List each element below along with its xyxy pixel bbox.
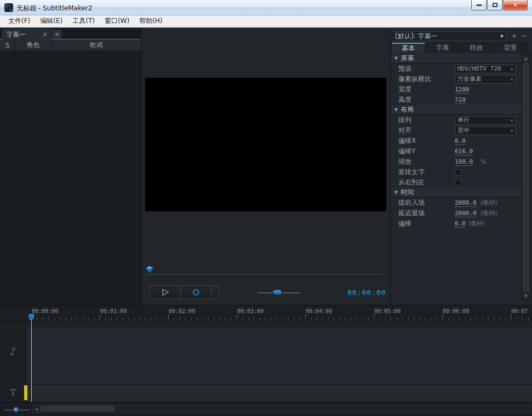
lead-in-field[interactable]: 2000.0 xyxy=(455,199,477,207)
preset-dropdown[interactable]: HDV/HDTV 720 ▾ xyxy=(455,65,516,73)
property-row-rtl: 从右到左 xyxy=(392,177,522,188)
music-track-lane[interactable] xyxy=(26,328,532,384)
arrange-dropdown[interactable]: 单行 ▾ xyxy=(455,116,516,125)
zoom-slider-handle[interactable] xyxy=(13,407,19,413)
scroll-up-button[interactable]: ▲ xyxy=(522,54,530,62)
offset-x-field[interactable]: 0.0 xyxy=(455,137,466,145)
collapse-arrow-icon: ▼ xyxy=(394,190,398,195)
tab-effect[interactable]: 特效 xyxy=(460,43,493,53)
horizontal-scrollbar-thumb[interactable] xyxy=(41,406,115,412)
minimize-icon xyxy=(477,4,482,6)
property-row-height: 高度 720 xyxy=(392,95,522,105)
scrollbar-thumb[interactable] xyxy=(523,63,529,291)
properties-body: ▼ 屏幕 预设 HDV/HDTV 720 ▾ 像素纵横比 方形像素 ▾ 宽度 1… xyxy=(392,54,522,301)
subtitle-preset-select[interactable]: [默认]: 字幕一 ▾ xyxy=(392,31,507,41)
arrow-down-icon: ▼ xyxy=(524,294,527,298)
tab-label: 字幕一 xyxy=(6,30,26,39)
pixel-ratio-dropdown[interactable]: 方形像素 ▾ xyxy=(455,75,516,84)
text-track-lane[interactable] xyxy=(26,384,532,402)
align-dropdown[interactable]: 居中 ▾ xyxy=(455,126,516,135)
lag-out-field[interactable]: 2000.0 xyxy=(455,210,477,217)
collapse-arrow-icon: ▼ xyxy=(394,56,398,61)
section-header-screen[interactable]: ▼ 屏幕 xyxy=(392,54,522,63)
timeline-bottom-bar: ◂ xyxy=(0,402,532,416)
scale-suffix: % xyxy=(480,158,486,165)
scale-field[interactable]: 100.0 xyxy=(455,158,473,166)
horizontal-scrollbar[interactable]: ◂ xyxy=(32,405,531,413)
property-row-preset: 预设 HDV/HDTV 720 ▾ xyxy=(392,63,522,74)
maximize-button[interactable] xyxy=(487,0,502,10)
section-header-time[interactable]: ▼ 时间 xyxy=(392,188,522,198)
app-icon xyxy=(4,3,13,12)
add-subtitle-tab-button[interactable]: + xyxy=(53,30,61,38)
property-row-lead-in: 提前入场 2000.0 (毫秒) xyxy=(392,198,522,208)
lag-out-suffix: (毫秒) xyxy=(480,209,497,217)
chevron-down-icon: ▾ xyxy=(511,77,513,82)
playhead-flag-body xyxy=(28,314,35,318)
add-icon: + xyxy=(54,31,59,38)
menu-help[interactable]: 帮助(H) xyxy=(134,15,167,27)
tab-background[interactable]: 背景 xyxy=(494,43,527,53)
video-preview xyxy=(145,78,386,211)
ruler-label: 00:02:00 xyxy=(169,308,195,314)
scroll-left-button[interactable]: ◂ xyxy=(33,405,40,412)
ruler-label: 00:06:00 xyxy=(443,308,469,314)
keyframe-track-line xyxy=(145,274,382,275)
remove-preset-button[interactable]: − xyxy=(520,32,528,40)
chevron-down-icon: ▾ xyxy=(511,66,513,72)
menu-tools[interactable]: 工具(T) xyxy=(67,15,100,27)
property-row-pixel-ratio: 像素纵横比 方形像素 ▾ xyxy=(392,74,522,84)
ruler-label: 00:04:00 xyxy=(306,308,332,314)
keyframe-diamond-icon[interactable] xyxy=(146,266,153,273)
section-header-layout[interactable]: ▼ 布局 xyxy=(392,105,522,115)
music-track-icon[interactable]: ♪ xyxy=(0,343,26,360)
window-controls: ✕ xyxy=(471,0,528,10)
tab-subtitle[interactable]: 字幕 xyxy=(426,43,459,53)
volume-slider-handle[interactable] xyxy=(273,290,282,295)
playhead-marker[interactable] xyxy=(28,314,35,321)
text-track-icon[interactable]: T xyxy=(0,384,26,402)
grid-body-empty[interactable] xyxy=(0,51,141,305)
property-row-vertical-text: 竖排文字 xyxy=(392,167,522,177)
tab-subtitle-1[interactable]: 字幕一 × xyxy=(2,29,52,39)
chevron-down-icon: ▾ xyxy=(500,32,504,40)
close-button[interactable]: ✕ xyxy=(503,0,528,10)
height-field[interactable]: 720 xyxy=(455,96,466,104)
timeline-ruler[interactable]: 00:00:00 00:01:00 00:02:00 00:03:00 00:0… xyxy=(0,305,532,321)
ruler-label: 00:05:00 xyxy=(374,308,401,314)
width-field[interactable]: 1280 xyxy=(455,86,470,94)
record-icon xyxy=(192,288,200,296)
add-preset-button[interactable]: + xyxy=(510,32,518,40)
play-button[interactable] xyxy=(150,285,181,299)
vertical-scrollbar[interactable]: ▲ ▼ xyxy=(522,54,530,301)
preview-panel: 00:00:00 xyxy=(141,28,390,305)
rtl-checkbox[interactable] xyxy=(455,180,461,186)
menu-file[interactable]: 文件(F) xyxy=(3,15,35,27)
tab-basic[interactable]: 基本 xyxy=(392,43,425,53)
properties-tab-strip: 基本 字幕 特效 背景 xyxy=(392,43,527,53)
menu-window[interactable]: 窗口(W) xyxy=(100,15,134,27)
time-offset-field[interactable]: 0.0 xyxy=(455,220,466,228)
offset-y-field[interactable]: 616.0 xyxy=(455,148,473,155)
column-header-s: S xyxy=(0,39,15,51)
property-row-lag-out: 延迟退场 2000.0 (毫秒) xyxy=(392,208,522,218)
lead-in-suffix: (毫秒) xyxy=(480,199,497,207)
section-title: 布局 xyxy=(401,105,414,114)
transport-more-button[interactable] xyxy=(211,285,219,299)
section-title: 屏幕 xyxy=(401,54,414,63)
minus-icon: − xyxy=(521,32,527,40)
vertical-text-checkbox[interactable] xyxy=(455,169,461,176)
timecode-display: 00:00:00 xyxy=(347,288,386,297)
tab-close-icon[interactable]: × xyxy=(42,31,48,38)
maximize-icon xyxy=(493,3,497,7)
arrow-up-icon: ▲ xyxy=(524,56,527,61)
close-icon: ✕ xyxy=(513,2,518,9)
ruler-label: 00:07 xyxy=(511,308,528,314)
ruler-label: 00:00:00 xyxy=(32,308,58,314)
property-row-width: 宽度 1280 xyxy=(392,84,522,95)
scroll-down-button[interactable]: ▼ xyxy=(522,292,530,300)
minimize-button[interactable] xyxy=(471,0,487,10)
record-button[interactable] xyxy=(180,285,211,299)
menu-edit[interactable]: 编辑(E) xyxy=(35,15,67,27)
text-track-selection-marker[interactable] xyxy=(24,385,27,400)
